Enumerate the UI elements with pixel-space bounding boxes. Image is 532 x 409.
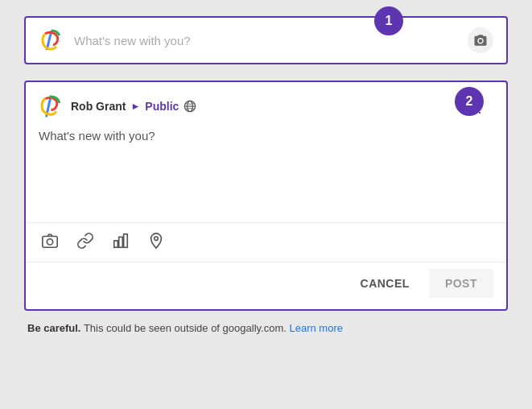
camera-icon: [473, 33, 488, 48]
link-toolbar-button[interactable]: [74, 229, 97, 252]
step-badge-2: 2: [455, 87, 484, 116]
camera-button[interactable]: [468, 27, 493, 53]
post-input-placeholder[interactable]: What's new with you?: [74, 34, 458, 48]
collapsed-post-box[interactable]: What's new with you?: [24, 16, 508, 64]
google-logo: [39, 27, 64, 53]
warning-text: Be careful. This could be seen outside o…: [24, 322, 508, 334]
svg-rect-5: [114, 241, 118, 247]
location-icon: [147, 232, 165, 250]
svg-rect-7: [124, 234, 128, 248]
svg-rect-3: [43, 237, 57, 248]
svg-point-4: [47, 239, 52, 245]
location-toolbar-button[interactable]: [145, 229, 167, 252]
editor-header: Rob Grant ► Public ⋮: [26, 82, 506, 126]
photo-icon: [41, 232, 59, 250]
link-icon: [76, 232, 94, 250]
post-text-area[interactable]: What's new with you?: [26, 126, 506, 222]
warning-bold: Be careful.: [27, 322, 80, 334]
learn-more-link[interactable]: Learn more: [289, 322, 342, 334]
post-toolbar: [26, 223, 506, 262]
svg-point-0: [479, 39, 483, 43]
svg-point-8: [155, 237, 159, 241]
arrow-icon: ►: [130, 101, 140, 112]
post-editor: Rob Grant ► Public ⋮ What's new with you…: [24, 81, 508, 311]
audience-label[interactable]: Public: [145, 100, 179, 113]
step-badge-1: 1: [374, 6, 403, 35]
cancel-button[interactable]: CANCEL: [344, 269, 426, 298]
photo-toolbar-button[interactable]: [39, 229, 61, 252]
user-info: Rob Grant ► Public: [71, 100, 459, 113]
globe-icon: [184, 100, 196, 113]
post-button[interactable]: POST: [429, 269, 493, 298]
chart-icon: [112, 232, 130, 250]
warning-normal: This could be seen outside of googally.c…: [84, 322, 287, 334]
editor-google-logo: [39, 94, 63, 118]
main-container: 1 What's new with you? 2: [0, 0, 532, 350]
post-actions: CANCEL POST: [26, 262, 506, 309]
svg-rect-6: [119, 237, 123, 247]
username: Rob Grant: [71, 100, 126, 113]
chart-toolbar-button[interactable]: [109, 229, 132, 252]
post-placeholder-text: What's new with you?: [39, 129, 155, 143]
